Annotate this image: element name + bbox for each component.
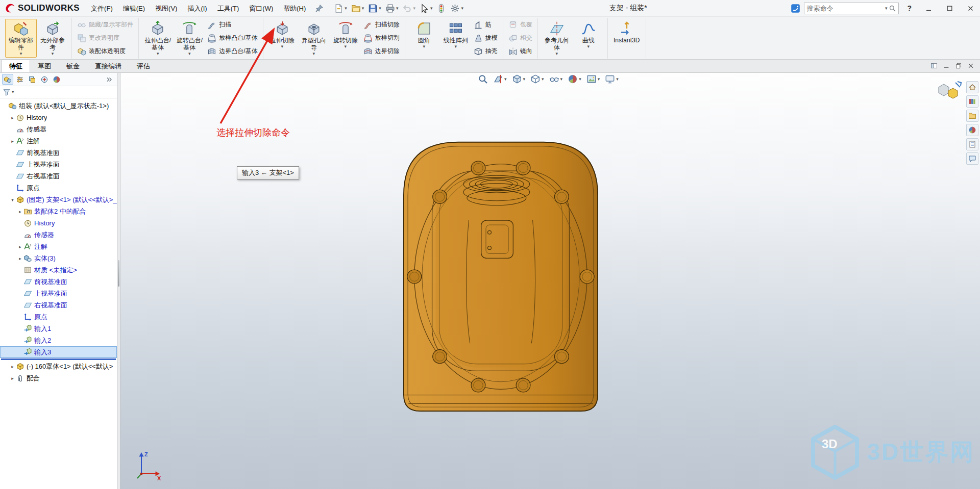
headsup-hu-settings-button[interactable]: ▾	[605, 74, 619, 84]
magnifier-icon[interactable]	[889, 5, 896, 12]
expanded-arrow-icon[interactable]: ▾	[9, 197, 16, 202]
ribbon-pattern-button[interactable]: 线性阵列▾	[440, 19, 472, 58]
ribbon-mirror-button[interactable]: 镜向	[506, 45, 534, 58]
tree-item[interactable]: 右视基准面	[0, 170, 117, 182]
taskpane-tp-forum-button[interactable]	[966, 152, 978, 165]
ribbon-shell-button[interactable]: 抽壳	[472, 45, 500, 58]
ribbon-tab-直接编辑[interactable]: 直接编辑	[87, 60, 129, 72]
ribbon-extrude-boss-button[interactable]: 拉伸凸台/基体▾	[142, 19, 174, 58]
ribbon-rib-button[interactable]: 筋	[472, 18, 500, 31]
headsup-hu-hide-button[interactable]: ▾	[549, 74, 563, 84]
splitter-grip[interactable]	[118, 260, 119, 287]
close-button[interactable]	[962, 0, 979, 16]
taskpane-tp-home-button[interactable]	[966, 81, 978, 93]
panel-tabs-overflow-button[interactable]	[104, 74, 115, 85]
collapsed-arrow-icon[interactable]: ▸	[17, 256, 23, 261]
ribbon-sweep-cut-button[interactable]: 扫描切除	[361, 18, 402, 31]
ribbon-revolve-cut-button[interactable]: 旋转切除▾	[330, 19, 361, 58]
headsup-hu-scene-button[interactable]: ▾	[586, 74, 600, 84]
tree-item[interactable]: ▸配合	[0, 372, 117, 384]
ribbon-hole-wizard-button[interactable]: 异型孔向导▾	[298, 19, 330, 58]
tree-item[interactable]: ▾(固定) 支架<1> (默认<<默认>_	[0, 194, 117, 205]
tree-item[interactable]: 右视基准面	[0, 299, 117, 311]
doc-restore-button[interactable]	[953, 61, 964, 70]
quick-save-button[interactable]: ▾	[366, 2, 383, 15]
ribbon-boundary-cut-button[interactable]: 边界切除	[361, 45, 402, 58]
headsup-hu-zoom-button[interactable]	[478, 74, 488, 84]
ribbon-tab-钣金[interactable]: 钣金	[59, 60, 87, 72]
quick-open-button[interactable]: ▾	[349, 2, 366, 15]
quick-rebuild-button[interactable]	[434, 2, 448, 15]
tree-item[interactable]: 传感器	[0, 123, 117, 135]
taskpane-tp-appearance-button[interactable]	[966, 124, 978, 136]
doc-close-button[interactable]	[966, 61, 976, 70]
search-input[interactable]	[806, 5, 883, 12]
taskpane-tp-props-button[interactable]	[966, 138, 978, 150]
tree-item[interactable]: 传感器	[0, 229, 117, 241]
panel-tab-pt-pm[interactable]	[14, 74, 26, 85]
menu-item[interactable]: 工具(T)	[212, 0, 244, 17]
ribbon-fillet-button[interactable]: 圆角▾	[408, 19, 440, 58]
menu-item[interactable]: 帮助(H)	[278, 0, 311, 17]
tree-item[interactable]: 上视基准面	[0, 288, 117, 299]
tree-item[interactable]: 输入3	[0, 346, 117, 358]
search-caret-icon[interactable]: ▾	[885, 6, 888, 11]
quick-print-button[interactable]: ▾	[383, 2, 401, 15]
rollback-bar[interactable]	[1, 358, 116, 360]
tree-item[interactable]: 原点	[0, 182, 117, 194]
pane-button[interactable]	[929, 61, 939, 70]
menu-item[interactable]: 文件(F)	[86, 0, 118, 17]
panel-tab-pt-display[interactable]	[51, 74, 62, 85]
ribbon-curves-button[interactable]: 曲线▾	[573, 19, 604, 58]
tree-item[interactable]: 上视基准面	[0, 159, 117, 170]
ribbon-wrap-button[interactable]: 包覆	[506, 18, 534, 31]
tree-filter-button[interactable]: ▾	[3, 88, 14, 96]
ribbon-external-ref-button[interactable]: 无外部参考▾	[37, 19, 68, 58]
tree-item[interactable]: 原点	[0, 311, 117, 323]
quick-new-doc-button[interactable]: ▾	[332, 2, 349, 15]
ribbon-tab-特征[interactable]: 特征	[2, 60, 30, 72]
menu-item[interactable]: 视图(V)	[150, 0, 182, 17]
tree-item[interactable]: 输入2	[0, 334, 117, 346]
ribbon-transparency-button[interactable]: 更改透明度	[75, 32, 135, 44]
panel-tab-pt-config[interactable]	[27, 74, 38, 85]
quick-select-cursor-button[interactable]: ▾	[418, 2, 435, 15]
doc-min-button[interactable]	[941, 61, 951, 70]
menu-item[interactable]: 插入(I)	[182, 0, 212, 17]
ribbon-sweep-button[interactable]: 扫描	[205, 18, 259, 31]
ribbon-edit-component-button[interactable]: 编辑零部件▾	[5, 19, 37, 58]
collapsed-arrow-icon[interactable]: ▸	[9, 376, 16, 381]
tree-item[interactable]: ▸实体(3)	[0, 252, 117, 264]
collapsed-arrow-icon[interactable]: ▸	[17, 244, 23, 249]
panel-tab-pt-dimxpert[interactable]	[39, 74, 50, 85]
ribbon-loft-button[interactable]: 放样凸台/基体	[205, 32, 259, 44]
taskpane-tp-library-button[interactable]	[966, 95, 978, 108]
tree-item[interactable]: 组装 (默认<默认_显示状态-1>)	[0, 100, 117, 112]
tree-item[interactable]: History	[0, 217, 117, 229]
tree-item[interactable]: 前视基准面	[0, 276, 117, 288]
ribbon-revolve-boss-button[interactable]: 旋转凸台/基体▾	[174, 19, 205, 58]
part-model[interactable]	[400, 139, 601, 415]
pin-menu-icon[interactable]	[315, 4, 324, 13]
headsup-hu-orient-button[interactable]: ▾	[512, 74, 526, 84]
maximize-button[interactable]	[941, 0, 958, 16]
minimize-button[interactable]	[920, 0, 937, 16]
collapsed-arrow-icon[interactable]: ▸	[9, 364, 16, 369]
headsup-hu-display-button[interactable]: ▾	[530, 74, 544, 84]
menu-item[interactable]: 窗口(W)	[244, 0, 278, 17]
menu-item[interactable]: 编辑(E)	[118, 0, 150, 17]
ribbon-draft-button[interactable]: 拔模	[472, 32, 500, 44]
tree-item[interactable]: 材质 <未指定>	[0, 264, 117, 276]
tree-item[interactable]: 前视基准面	[0, 147, 117, 159]
headsup-hu-appearance-button[interactable]: ▾	[568, 74, 581, 84]
ribbon-loft-cut-button[interactable]: 放样切割	[361, 32, 402, 44]
ribbon-intersect-button[interactable]: 相交	[506, 32, 534, 44]
ribbon-tab-草图[interactable]: 草图	[30, 60, 59, 72]
tree-item[interactable]: ▸装配体2 中的配合	[0, 205, 117, 217]
collapsed-arrow-icon[interactable]: ▸	[9, 139, 16, 144]
tree-item[interactable]: 输入1	[0, 323, 117, 334]
quick-options-button[interactable]: ▾	[448, 2, 465, 15]
tree-item[interactable]: ▸注解	[0, 241, 117, 252]
edit-component-corner-icon[interactable]	[935, 80, 963, 104]
ribbon-assembly-transparency-button[interactable]: 装配体透明度	[75, 45, 135, 58]
